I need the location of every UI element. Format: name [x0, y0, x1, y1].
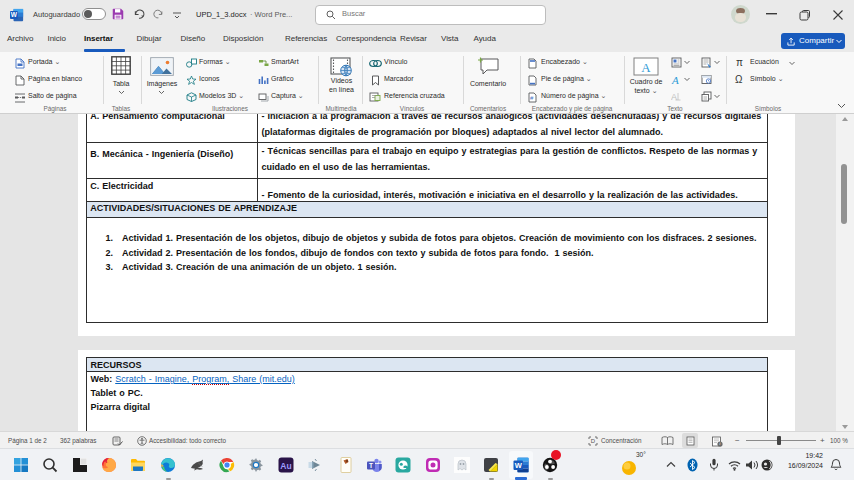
svg-text:A: A — [671, 74, 679, 85]
svg-text:T: T — [369, 462, 373, 469]
svg-text:W: W — [11, 11, 18, 18]
svg-text:A: A — [671, 92, 677, 102]
svg-text:A: A — [641, 59, 651, 74]
svg-text:D: D — [591, 438, 596, 444]
svg-text:W: W — [515, 461, 523, 470]
svg-text:Au: Au — [280, 461, 291, 471]
